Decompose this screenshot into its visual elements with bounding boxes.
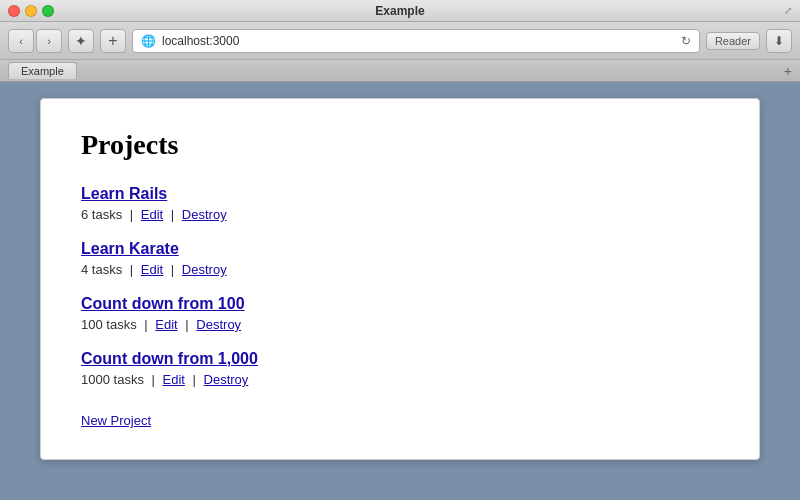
project-meta: 1000 tasks | Edit | Destroy (81, 372, 719, 387)
address-bar[interactable]: 🌐 localhost:3000 ↻ (132, 29, 700, 53)
tasks-label: tasks (114, 372, 144, 387)
compass-button[interactable]: ✦ (68, 29, 94, 53)
project-link-countdown-1000[interactable]: Count down from 1,000 (81, 350, 719, 368)
separator: | (171, 262, 178, 277)
refresh-button[interactable]: ↻ (681, 34, 691, 48)
globe-icon: 🌐 (141, 34, 156, 48)
project-link-countdown-100[interactable]: Count down from 100 (81, 295, 719, 313)
tab-bar: Example + (0, 60, 800, 82)
task-count: 6 (81, 207, 88, 222)
new-tab-button[interactable]: + (100, 29, 126, 53)
plus-icon: + (108, 32, 117, 50)
separator: | (130, 207, 137, 222)
forward-button[interactable]: › (36, 29, 62, 53)
project-meta: 6 tasks | Edit | Destroy (81, 207, 719, 222)
project-meta: 100 tasks | Edit | Destroy (81, 317, 719, 332)
toolbar: ‹ › ✦ + 🌐 localhost:3000 ↻ Reader ⬇ (0, 22, 800, 60)
list-item: Count down from 100 100 tasks | Edit | D… (81, 295, 719, 332)
close-button[interactable] (8, 5, 20, 17)
edit-link[interactable]: Edit (155, 317, 177, 332)
task-count: 100 (81, 317, 103, 332)
task-count: 4 (81, 262, 88, 277)
destroy-link[interactable]: Destroy (182, 207, 227, 222)
resize-icon: ⤢ (784, 5, 792, 16)
new-project-link[interactable]: New Project (81, 413, 151, 428)
separator: | (130, 262, 137, 277)
destroy-link[interactable]: Destroy (182, 262, 227, 277)
content-area: Projects Learn Rails 6 tasks | Edit | De… (0, 82, 800, 500)
edit-link[interactable]: Edit (141, 207, 163, 222)
back-button[interactable]: ‹ (8, 29, 34, 53)
window-title: Example (375, 4, 424, 18)
download-icon: ⬇ (774, 34, 784, 48)
tasks-label: tasks (92, 262, 122, 277)
separator: | (171, 207, 178, 222)
project-link-learn-rails[interactable]: Learn Rails (81, 185, 719, 203)
list-item: Learn Karate 4 tasks | Edit | Destroy (81, 240, 719, 277)
address-text: localhost:3000 (162, 34, 239, 48)
project-link-learn-karate[interactable]: Learn Karate (81, 240, 719, 258)
reader-button[interactable]: Reader (706, 32, 760, 50)
minimize-button[interactable] (25, 5, 37, 17)
list-item: Count down from 1,000 1000 tasks | Edit … (81, 350, 719, 387)
project-meta: 4 tasks | Edit | Destroy (81, 262, 719, 277)
task-count: 1000 (81, 372, 110, 387)
tasks-label: tasks (106, 317, 136, 332)
add-tab-button[interactable]: + (784, 64, 792, 78)
browser-content: Projects Learn Rails 6 tasks | Edit | De… (40, 98, 760, 460)
edit-link[interactable]: Edit (163, 372, 185, 387)
separator: | (144, 317, 151, 332)
title-bar: Example ⤢ (0, 0, 800, 22)
download-button[interactable]: ⬇ (766, 29, 792, 53)
compass-icon: ✦ (75, 33, 87, 49)
destroy-link[interactable]: Destroy (204, 372, 249, 387)
active-tab[interactable]: Example (8, 62, 77, 79)
back-icon: ‹ (19, 35, 23, 47)
forward-icon: › (47, 35, 51, 47)
list-item: Learn Rails 6 tasks | Edit | Destroy (81, 185, 719, 222)
page-heading: Projects (81, 129, 719, 161)
tasks-label: tasks (92, 207, 122, 222)
edit-link[interactable]: Edit (141, 262, 163, 277)
window-controls (8, 5, 54, 17)
maximize-button[interactable] (42, 5, 54, 17)
separator: | (185, 317, 192, 332)
destroy-link[interactable]: Destroy (196, 317, 241, 332)
separator: | (193, 372, 200, 387)
separator: | (152, 372, 159, 387)
nav-button-group: ‹ › (8, 29, 62, 53)
